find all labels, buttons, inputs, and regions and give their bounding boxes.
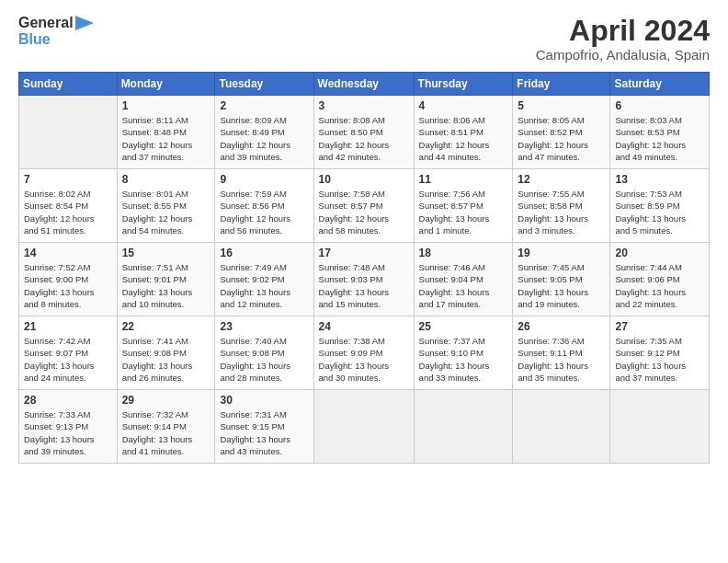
calendar-cell: 10Sunrise: 7:58 AMSunset: 8:57 PMDayligh… <box>313 169 414 243</box>
day-number: 30 <box>220 394 308 407</box>
logo: General Blue <box>18 15 94 47</box>
calendar-cell: 26Sunrise: 7:36 AMSunset: 9:11 PMDayligh… <box>513 316 610 390</box>
calendar-cell: 5Sunrise: 8:05 AMSunset: 8:52 PMDaylight… <box>513 96 610 169</box>
calendar-cell <box>513 390 610 464</box>
calendar-cell: 12Sunrise: 7:55 AMSunset: 8:58 PMDayligh… <box>513 169 610 243</box>
day-info: Sunrise: 8:05 AMSunset: 8:52 PMDaylight:… <box>518 114 605 163</box>
calendar-day-header: Tuesday <box>215 73 313 96</box>
calendar-cell: 2Sunrise: 8:09 AMSunset: 8:49 PMDaylight… <box>215 96 313 169</box>
day-number: 11 <box>419 173 508 186</box>
calendar-cell <box>19 96 118 169</box>
day-info: Sunrise: 8:11 AMSunset: 8:48 PMDaylight:… <box>122 114 210 163</box>
calendar-cell: 19Sunrise: 7:45 AMSunset: 9:05 PMDayligh… <box>513 243 610 316</box>
day-info: Sunrise: 8:01 AMSunset: 8:55 PMDaylight:… <box>122 188 210 236</box>
calendar-cell: 28Sunrise: 7:33 AMSunset: 9:13 PMDayligh… <box>19 390 118 464</box>
calendar-day-header: Thursday <box>414 73 513 96</box>
calendar-cell <box>610 390 710 464</box>
calendar-day-header: Sunday <box>19 73 118 96</box>
day-info: Sunrise: 7:40 AMSunset: 9:08 PMDaylight:… <box>220 335 308 384</box>
calendar-cell <box>313 390 414 464</box>
day-info: Sunrise: 7:46 AMSunset: 9:04 PMDaylight:… <box>419 261 508 310</box>
calendar-cell: 15Sunrise: 7:51 AMSunset: 9:01 PMDayligh… <box>117 243 215 316</box>
calendar-cell <box>414 390 513 464</box>
calendar-cell: 18Sunrise: 7:46 AMSunset: 9:04 PMDayligh… <box>414 243 513 316</box>
day-number: 6 <box>615 99 704 112</box>
month-title: April 2024 <box>536 15 710 47</box>
day-info: Sunrise: 7:38 AMSunset: 9:09 PMDaylight:… <box>319 335 409 384</box>
day-number: 22 <box>122 320 210 333</box>
day-number: 29 <box>122 394 210 407</box>
day-number: 25 <box>419 320 508 333</box>
calendar-cell: 24Sunrise: 7:38 AMSunset: 9:09 PMDayligh… <box>313 316 414 390</box>
page: General Blue April 2024 Campofrio, Andal… <box>0 0 728 563</box>
day-info: Sunrise: 7:45 AMSunset: 9:05 PMDaylight:… <box>518 261 605 310</box>
calendar-week-row: 14Sunrise: 7:52 AMSunset: 9:00 PMDayligh… <box>19 243 710 316</box>
title-section: April 2024 Campofrio, Andalusia, Spain <box>536 15 710 63</box>
day-number: 13 <box>615 173 704 186</box>
day-info: Sunrise: 7:48 AMSunset: 9:03 PMDaylight:… <box>319 261 409 310</box>
day-number: 27 <box>615 320 704 333</box>
calendar-cell: 9Sunrise: 7:59 AMSunset: 8:56 PMDaylight… <box>215 169 313 243</box>
day-info: Sunrise: 7:51 AMSunset: 9:01 PMDaylight:… <box>122 261 210 310</box>
day-number: 8 <box>122 173 210 186</box>
day-info: Sunrise: 7:37 AMSunset: 9:10 PMDaylight:… <box>419 335 508 384</box>
day-info: Sunrise: 7:53 AMSunset: 8:59 PMDaylight:… <box>615 188 704 236</box>
calendar-cell: 25Sunrise: 7:37 AMSunset: 9:10 PMDayligh… <box>414 316 513 390</box>
day-info: Sunrise: 8:09 AMSunset: 8:49 PMDaylight:… <box>220 114 308 163</box>
day-number: 15 <box>122 247 210 259</box>
calendar-day-header: Monday <box>117 73 215 96</box>
location: Campofrio, Andalusia, Spain <box>536 47 710 63</box>
calendar-cell: 22Sunrise: 7:41 AMSunset: 9:08 PMDayligh… <box>117 316 215 390</box>
day-info: Sunrise: 7:49 AMSunset: 9:02 PMDaylight:… <box>220 261 308 310</box>
logo-arrow-icon <box>75 16 94 30</box>
day-number: 9 <box>220 173 308 186</box>
calendar-cell: 29Sunrise: 7:32 AMSunset: 9:14 PMDayligh… <box>117 390 215 464</box>
day-number: 1 <box>122 99 210 112</box>
day-info: Sunrise: 7:56 AMSunset: 8:57 PMDaylight:… <box>419 188 508 236</box>
day-number: 20 <box>615 247 704 259</box>
day-info: Sunrise: 7:41 AMSunset: 9:08 PMDaylight:… <box>122 335 210 384</box>
calendar-week-row: 7Sunrise: 8:02 AMSunset: 8:54 PMDaylight… <box>19 169 710 243</box>
day-number: 3 <box>319 99 409 112</box>
day-number: 23 <box>220 320 308 333</box>
day-number: 5 <box>518 99 605 112</box>
day-number: 12 <box>518 173 605 186</box>
calendar-cell: 13Sunrise: 7:53 AMSunset: 8:59 PMDayligh… <box>610 169 710 243</box>
calendar-day-header: Saturday <box>610 73 710 96</box>
calendar-body: 1Sunrise: 8:11 AMSunset: 8:48 PMDaylight… <box>19 96 710 464</box>
calendar-cell: 1Sunrise: 8:11 AMSunset: 8:48 PMDaylight… <box>117 96 215 169</box>
calendar-day-header: Wednesday <box>313 73 414 96</box>
day-number: 17 <box>319 247 409 259</box>
calendar-cell: 16Sunrise: 7:49 AMSunset: 9:02 PMDayligh… <box>215 243 313 316</box>
day-number: 14 <box>24 247 112 259</box>
header: General Blue April 2024 Campofrio, Andal… <box>18 15 710 63</box>
day-info: Sunrise: 7:36 AMSunset: 9:11 PMDaylight:… <box>518 335 605 384</box>
day-number: 19 <box>518 247 605 259</box>
calendar-cell: 7Sunrise: 8:02 AMSunset: 8:54 PMDaylight… <box>19 169 118 243</box>
day-number: 10 <box>319 173 409 186</box>
day-number: 28 <box>24 394 112 407</box>
calendar-week-row: 1Sunrise: 8:11 AMSunset: 8:48 PMDaylight… <box>19 96 710 169</box>
calendar-cell: 21Sunrise: 7:42 AMSunset: 9:07 PMDayligh… <box>19 316 118 390</box>
day-info: Sunrise: 8:06 AMSunset: 8:51 PMDaylight:… <box>419 114 508 163</box>
calendar-table: SundayMondayTuesdayWednesdayThursdayFrid… <box>18 72 710 464</box>
day-info: Sunrise: 7:58 AMSunset: 8:57 PMDaylight:… <box>319 188 409 236</box>
day-info: Sunrise: 7:59 AMSunset: 8:56 PMDaylight:… <box>220 188 308 236</box>
calendar-cell: 23Sunrise: 7:40 AMSunset: 9:08 PMDayligh… <box>215 316 313 390</box>
calendar-cell: 11Sunrise: 7:56 AMSunset: 8:57 PMDayligh… <box>414 169 513 243</box>
calendar-cell: 30Sunrise: 7:31 AMSunset: 9:15 PMDayligh… <box>215 390 313 464</box>
day-info: Sunrise: 8:03 AMSunset: 8:53 PMDaylight:… <box>615 114 704 163</box>
calendar-cell: 17Sunrise: 7:48 AMSunset: 9:03 PMDayligh… <box>313 243 414 316</box>
calendar-cell: 27Sunrise: 7:35 AMSunset: 9:12 PMDayligh… <box>610 316 710 390</box>
calendar-header-row: SundayMondayTuesdayWednesdayThursdayFrid… <box>19 73 710 96</box>
calendar-cell: 4Sunrise: 8:06 AMSunset: 8:51 PMDaylight… <box>414 96 513 169</box>
calendar-week-row: 28Sunrise: 7:33 AMSunset: 9:13 PMDayligh… <box>19 390 710 464</box>
day-number: 24 <box>319 320 409 333</box>
calendar-cell: 3Sunrise: 8:08 AMSunset: 8:50 PMDaylight… <box>313 96 414 169</box>
calendar-cell: 8Sunrise: 8:01 AMSunset: 8:55 PMDaylight… <box>117 169 215 243</box>
calendar-cell: 6Sunrise: 8:03 AMSunset: 8:53 PMDaylight… <box>610 96 710 169</box>
day-number: 18 <box>419 247 508 259</box>
calendar-cell: 14Sunrise: 7:52 AMSunset: 9:00 PMDayligh… <box>19 243 118 316</box>
day-info: Sunrise: 7:42 AMSunset: 9:07 PMDaylight:… <box>24 335 112 384</box>
day-info: Sunrise: 7:55 AMSunset: 8:58 PMDaylight:… <box>518 188 605 236</box>
